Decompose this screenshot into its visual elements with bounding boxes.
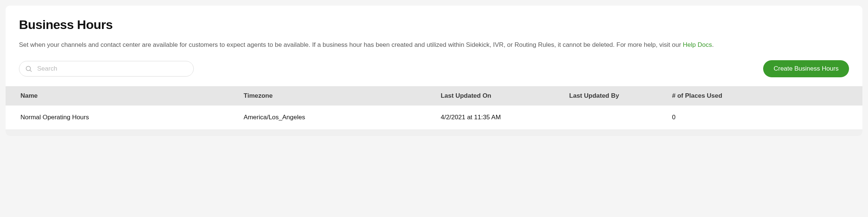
card-header-area: Business Hours Set when your channels an… — [6, 17, 862, 77]
column-header-places-used: # of Places Used — [665, 86, 862, 106]
search-wrap — [19, 61, 194, 77]
description-text: Set when your channels and contact cente… — [19, 41, 683, 48]
column-header-name: Name — [6, 86, 237, 106]
cell-last-updated-on: 4/2/2021 at 11:35 AM — [434, 106, 563, 129]
table-header-row: Name Timezone Last Updated On Last Updat… — [6, 86, 862, 106]
business-hours-card: Business Hours Set when your channels an… — [6, 6, 862, 136]
cell-name: Normal Operating Hours — [6, 106, 237, 129]
cell-last-updated-by — [563, 106, 665, 129]
help-docs-link[interactable]: Help Docs — [683, 41, 712, 48]
column-header-timezone: Timezone — [237, 86, 434, 106]
cell-places-used: 0 — [665, 106, 862, 129]
cell-timezone: America/Los_Angeles — [237, 106, 434, 129]
page-title: Business Hours — [19, 17, 849, 32]
column-header-last-updated-on: Last Updated On — [434, 86, 563, 106]
table-row[interactable]: Normal Operating Hours America/Los_Angel… — [6, 106, 862, 129]
table-footer-spacer — [6, 129, 862, 136]
create-business-hours-button[interactable]: Create Business Hours — [763, 60, 849, 77]
column-header-last-updated-by: Last Updated By — [563, 86, 665, 106]
business-hours-table: Name Timezone Last Updated On Last Updat… — [6, 86, 862, 129]
page-description: Set when your channels and contact cente… — [19, 40, 849, 50]
description-suffix: . — [712, 41, 714, 48]
search-input[interactable] — [19, 61, 194, 77]
toolbar: Create Business Hours — [19, 60, 849, 77]
